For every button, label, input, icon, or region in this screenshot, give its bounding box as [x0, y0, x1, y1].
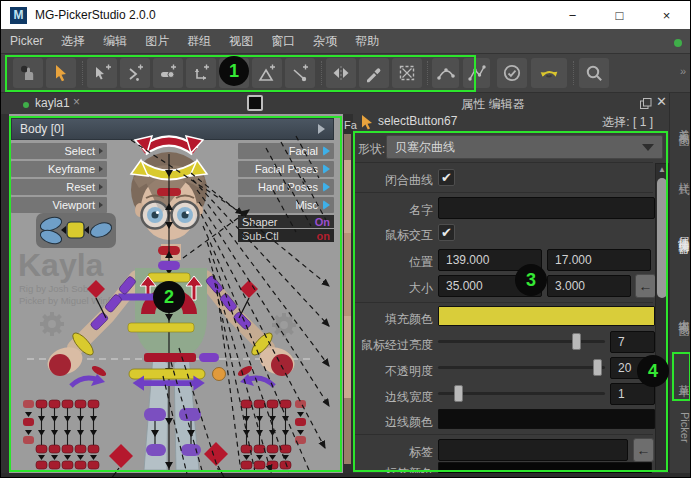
position-x-input[interactable]: 139.000: [438, 249, 542, 271]
border-color-swatch[interactable]: [438, 409, 655, 429]
menu-view[interactable]: 视图: [220, 29, 262, 54]
play-arrow-icon[interactable]: [318, 124, 325, 134]
tag-input[interactable]: [438, 439, 628, 461]
mirror-icon: [331, 63, 351, 83]
blue-play-icon: [323, 182, 330, 192]
create-line-button-tool[interactable]: [285, 58, 315, 88]
attribute-editor-close-icon[interactable]: ✕: [656, 94, 667, 109]
create-command-button-tool[interactable]: [120, 58, 150, 88]
search-button[interactable]: [579, 58, 609, 88]
fill-color-swatch[interactable]: [438, 306, 655, 326]
tab-outline-view[interactable]: 大纲视图: [672, 285, 691, 343]
create-shape-button-tool[interactable]: [252, 58, 282, 88]
scrollbar-thumb[interactable]: [657, 178, 667, 298]
position-y-input[interactable]: 17.000: [547, 249, 651, 271]
mirror-tool-button[interactable]: [326, 58, 356, 88]
misc-button[interactable]: Misc: [238, 197, 334, 213]
tab-relation-view[interactable]: 关系视图: [672, 97, 691, 151]
menu-misc[interactable]: 杂项: [304, 29, 346, 54]
maya-app-icon: M: [10, 7, 27, 24]
menu-group[interactable]: 群组: [178, 29, 220, 54]
tab-close-icon[interactable]: ×: [73, 95, 80, 109]
create-slider-button-tool[interactable]: [153, 58, 183, 88]
menu-window[interactable]: 窗口: [262, 29, 304, 54]
tab-attribute-editor[interactable]: 属性编辑器: [672, 199, 691, 265]
mirror-pose-button[interactable]: [531, 58, 567, 88]
marquee-x-icon: [397, 63, 417, 83]
tag-reset-button[interactable]: ←: [633, 438, 654, 462]
keyframe-menu-button[interactable]: Keyframe: [11, 161, 107, 177]
smooth-curve-button[interactable]: [432, 58, 459, 88]
scrollbar-up-icon[interactable]: ▲: [655, 163, 669, 176]
curve-points-icon: [436, 63, 456, 83]
selection-count: 选择: [ 1 ]: [561, 114, 653, 131]
triangle-plus-icon: [257, 63, 277, 83]
opacity-slider[interactable]: [438, 359, 605, 376]
adjacent-panel-image: [344, 134, 351, 464]
tab-menu[interactable]: 菜单: [672, 357, 691, 397]
opacity-value[interactable]: 20: [610, 357, 655, 379]
minimize-button[interactable]: −: [549, 1, 596, 29]
create-attr-button-tool[interactable]: [186, 58, 216, 88]
border-color-label: 边线颜色: [353, 414, 433, 431]
select-tool-button[interactable]: [46, 58, 76, 88]
name-input[interactable]: [438, 197, 655, 219]
maximize-button[interactable]: □: [596, 1, 643, 29]
blue-play-icon: [323, 164, 330, 174]
polyline-curve-button[interactable]: [463, 58, 490, 88]
hover-brightness-value[interactable]: 7: [610, 331, 655, 353]
select-menu-button[interactable]: Select: [11, 143, 107, 159]
body-group-header[interactable]: Body [0]: [11, 118, 334, 140]
shaper-toggle[interactable]: ShaperOn: [238, 215, 334, 228]
toolbar-overflow-chevrons[interactable]: »: [680, 65, 685, 77]
chevron-down-icon: [642, 144, 654, 151]
facial-poses-button[interactable]: Facial Poses: [238, 161, 334, 177]
closed-curve-checkbox[interactable]: [438, 169, 455, 186]
shaper-state: On: [315, 216, 330, 228]
size-w-input[interactable]: 35.000: [438, 275, 542, 297]
mouse-interact-checkbox[interactable]: [438, 224, 455, 241]
check-circle-icon: [502, 63, 522, 83]
border-width-value[interactable]: 1: [610, 383, 655, 405]
create-select-button-tool[interactable]: [87, 58, 117, 88]
menu-edit[interactable]: 编辑: [94, 29, 136, 54]
search-icon: [584, 63, 604, 83]
tab-style[interactable]: 样式: [672, 159, 691, 191]
size-reset-button[interactable]: ←: [635, 274, 656, 298]
menu-image[interactable]: 图片: [136, 29, 178, 54]
subctl-toggle[interactable]: Sub-Ctlon: [238, 229, 334, 242]
viewport-menu-button[interactable]: Viewport: [11, 197, 107, 213]
apply-check-button[interactable]: [497, 58, 527, 88]
toolbar-separator: [427, 61, 428, 85]
border-width-slider[interactable]: [438, 385, 605, 402]
panel-detach-button[interactable]: [247, 95, 263, 111]
mouse-interact-label: 鼠标交互: [353, 227, 433, 244]
menu-select[interactable]: 选择: [52, 29, 94, 54]
slider-handle[interactable]: [593, 359, 602, 376]
attribute-editor-title: 属性 编辑器: [353, 96, 633, 113]
shape-type-dropdown[interactable]: 贝塞尔曲线: [386, 135, 663, 159]
hand-tool-button[interactable]: [13, 58, 43, 88]
menu-picker[interactable]: Picker: [1, 29, 52, 54]
status-dot-icon: [674, 39, 682, 47]
size-h-input[interactable]: 3.000: [547, 275, 631, 297]
hand-poses-button[interactable]: Hand Poses: [238, 179, 334, 195]
facial-button[interactable]: Facial: [238, 143, 334, 159]
color-picker-button[interactable]: [359, 58, 389, 88]
transform-frame-button[interactable]: [392, 58, 422, 88]
hover-brightness-slider[interactable]: [438, 333, 605, 350]
tab-status-dot-icon: [23, 102, 29, 108]
opacity-label: 不透明度: [353, 363, 433, 380]
caret-icon: [99, 166, 103, 172]
menu-help[interactable]: 帮助: [346, 29, 388, 54]
slider-handle[interactable]: [454, 385, 463, 402]
detach-panel-icon[interactable]: [640, 98, 652, 109]
close-button[interactable]: ×: [643, 1, 690, 29]
tab-kayla1[interactable]: kayla1: [35, 96, 70, 110]
blue-play-icon: [323, 200, 330, 210]
tab-picker[interactable]: Picker: [672, 405, 691, 449]
reset-menu-button[interactable]: Reset: [11, 179, 107, 195]
left-margin: [1, 114, 9, 478]
slider-handle[interactable]: [572, 333, 581, 350]
create-text-button-tool[interactable]: T: [219, 58, 249, 88]
